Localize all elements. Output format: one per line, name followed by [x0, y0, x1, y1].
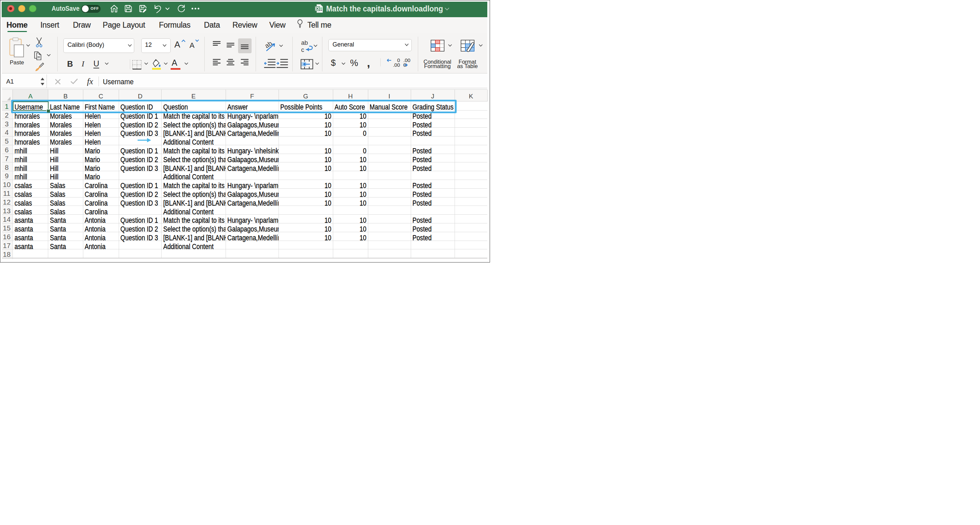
svg-text:c: c	[301, 46, 304, 53]
svg-text:ab: ab	[301, 40, 308, 46]
